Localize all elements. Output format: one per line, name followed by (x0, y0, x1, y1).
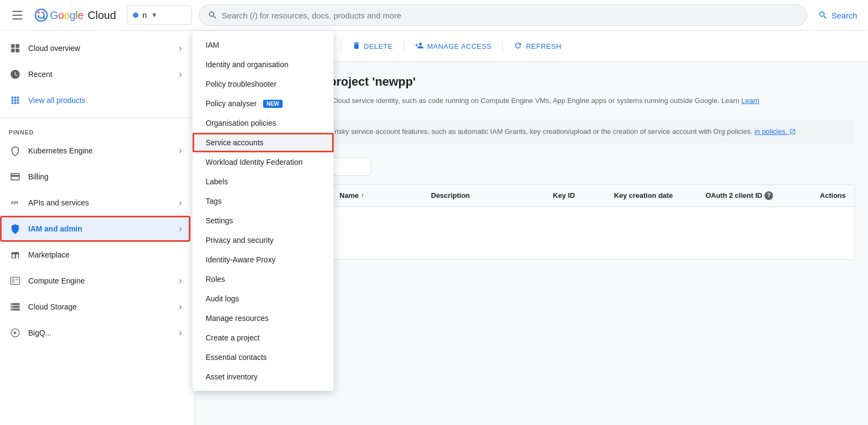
dropdown-item-policy-analyser[interactable]: Policy analyser NEW (193, 94, 334, 113)
sidebar-item-iam[interactable]: IAM and admin › (0, 216, 190, 242)
chevron-right-icon: › (179, 198, 182, 208)
manage-access-icon (415, 41, 424, 51)
billing-icon (9, 170, 22, 183)
dropdown-item-policy-troubleshooter-label: Policy troubleshooter (206, 80, 277, 88)
kubernetes-icon (9, 144, 22, 157)
chevron-right-icon: › (179, 43, 182, 53)
search-bar[interactable] (199, 4, 808, 26)
sidebar-item-cloud-overview[interactable]: Cloud overview › (0, 35, 190, 61)
dropdown-item-workload-identity-label: Workload Identity Federation (206, 158, 303, 166)
dropdown-item-identity-org[interactable]: Identity and organisation (193, 55, 334, 74)
cloud-text: Cloud (88, 9, 116, 22)
dropdown-item-create-project-label: Create a project (206, 333, 260, 342)
sidebar-item-storage-label: Cloud Storage (28, 302, 173, 311)
dropdown-item-identity-aware-proxy-label: Identity-Aware Proxy (206, 255, 276, 264)
search-input[interactable] (222, 11, 799, 20)
delete-icon (352, 41, 361, 51)
col-header-actions: Actions (797, 191, 846, 199)
sidebar-divider-1 (0, 118, 195, 118)
dropdown-item-audit-logs-label: Audit logs (206, 294, 239, 303)
refresh-button[interactable]: REFRESH (512, 41, 564, 51)
project-dot-icon (133, 12, 138, 18)
dropdown-item-essential-contacts[interactable]: Essential contacts (193, 347, 334, 367)
api-icon: API (9, 196, 22, 209)
sidebar-item-marketplace[interactable]: Marketplace (0, 242, 190, 268)
policies-link[interactable]: in policies. (755, 127, 796, 136)
sidebar-item-billing[interactable]: Billing (0, 164, 190, 190)
storage-icon (9, 300, 22, 313)
project-selector[interactable]: n ▼ (127, 5, 192, 25)
dropdown-item-manage-resources[interactable]: Manage resources (193, 308, 334, 328)
delete-button[interactable]: DELETE (350, 41, 395, 51)
topbar: Google Cloud n ▼ Search (0, 0, 868, 31)
sidebar-item-apis-label: APIs and services (28, 198, 173, 207)
sidebar-item-compute[interactable]: Compute Engine › (0, 268, 190, 294)
col-header-key-id: Key ID (553, 191, 614, 199)
chevron-right-icon: › (179, 302, 182, 312)
search-button[interactable]: Search (814, 10, 861, 20)
sidebar-item-billing-label: Billing (28, 172, 182, 181)
dropdown-item-iam[interactable]: IAM (193, 35, 334, 55)
col-header-name[interactable]: Name ↑ (340, 191, 431, 199)
dropdown-item-workload-identity[interactable]: Workload Identity Federation (193, 152, 334, 172)
project-dropdown-icon: ▼ (151, 11, 158, 19)
col-header-oauth: OAuth 2 client ID ? (705, 191, 797, 200)
dropdown-item-asset-inventory-label: Asset inventory (206, 372, 258, 381)
dropdown-item-roles[interactable]: Roles (193, 269, 334, 289)
dropdown-item-policy-troubleshooter[interactable]: Policy troubleshooter (193, 74, 334, 94)
sidebar-item-kubernetes[interactable]: Kubernetes Engine › (0, 138, 190, 164)
toolbar-divider-1 (341, 40, 341, 53)
dropdown-item-tags-label: Tags (206, 197, 222, 205)
dropdown-item-labels[interactable]: Labels (193, 172, 334, 191)
svg-rect-6 (12, 279, 15, 283)
dropdown-item-org-policies[interactable]: Organisation policies (193, 113, 334, 133)
info-circle-icon[interactable]: ? (764, 191, 773, 200)
dropdown-item-privacy-security[interactable]: Privacy and security (193, 230, 334, 250)
sidebar-item-view-all[interactable]: View all products (0, 87, 190, 113)
apps-icon (9, 94, 22, 107)
dropdown-item-asset-inventory[interactable]: Asset inventory (193, 367, 334, 387)
toolbar-divider-2 (404, 40, 404, 53)
google-cloud-logo: Google Cloud (35, 9, 116, 22)
sidebar-item-iam-label: IAM and admin (28, 224, 173, 233)
dropdown-item-org-policies-label: Organisation policies (206, 119, 276, 127)
main-layout: Cloud overview › Recent › View all produ… (0, 31, 868, 425)
dropdown-item-tags[interactable]: Tags (193, 191, 334, 211)
dropdown-item-identity-org-label: Identity and organisation (206, 60, 289, 69)
sidebar-item-recent[interactable]: Recent › (0, 61, 190, 87)
hamburger-button[interactable] (7, 4, 28, 26)
hamburger-icon (12, 11, 22, 20)
compute-icon (9, 274, 22, 287)
svg-rect-5 (11, 277, 20, 284)
search-button-icon (818, 10, 828, 20)
sidebar-item-bigquery[interactable]: BigQ... › (0, 320, 190, 346)
dropdown-item-create-project[interactable]: Create a project (193, 328, 334, 347)
dropdown-item-policy-analyser-label: Policy analyser (206, 99, 257, 108)
delete-label: DELETE (364, 42, 393, 50)
chevron-right-icon: › (179, 276, 182, 286)
iam-shield-icon (9, 222, 22, 235)
toolbar-divider-3 (502, 40, 503, 53)
dropdown-item-privacy-security-label: Privacy and security (206, 236, 273, 244)
dropdown-item-settings[interactable]: Settings (193, 211, 334, 230)
google-logo-icon (35, 9, 48, 22)
chevron-right-icon: › (179, 146, 182, 156)
dropdown-item-identity-aware-proxy[interactable]: Identity-Aware Proxy (193, 250, 334, 269)
sidebar-item-marketplace-label: Marketplace (28, 250, 182, 259)
svg-text:API: API (11, 200, 18, 205)
svg-point-2 (43, 11, 45, 14)
dropdown-item-essential-contacts-label: Essential contacts (206, 353, 267, 362)
sidebar-item-kubernetes-label: Kubernetes Engine (28, 146, 173, 155)
dropdown-item-audit-logs[interactable]: Audit logs (193, 289, 334, 308)
sidebar-item-bigquery-label: BigQ... (28, 329, 173, 337)
search-bar-icon (208, 10, 218, 20)
iam-dropdown-menu: IAM Identity and organisation Policy tro… (193, 31, 334, 391)
sidebar-item-storage[interactable]: Cloud Storage › (0, 294, 190, 320)
sidebar-item-recent-label: Recent (28, 70, 173, 79)
sidebar-item-apis[interactable]: API APIs and services › (0, 190, 190, 216)
manage-access-button[interactable]: MANAGE ACCESS (413, 41, 494, 51)
dropdown-item-service-accounts[interactable]: Service accounts (193, 133, 334, 152)
dropdown-item-iam-label: IAM (206, 41, 219, 49)
learn-more-link[interactable]: Learn (742, 96, 760, 105)
col-header-description: Description (431, 191, 553, 199)
